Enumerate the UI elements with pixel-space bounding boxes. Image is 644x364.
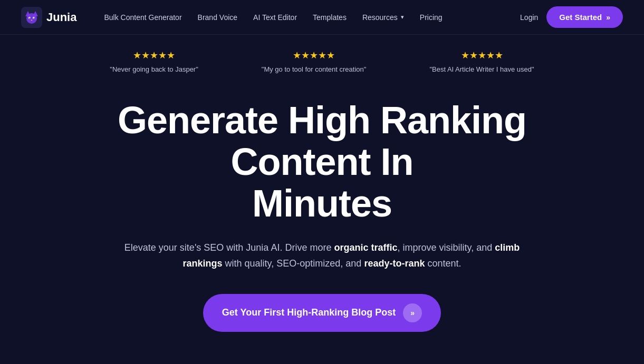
svg-point-3	[26, 13, 37, 24]
login-button[interactable]: Login	[520, 13, 538, 22]
svg-point-6	[30, 17, 31, 18]
logo-text: Junia	[46, 11, 76, 24]
review-item-1: ★★★★★ "Never going back to Jasper"	[110, 50, 198, 73]
hero-section: Generate High Ranking Content In Minutes…	[0, 84, 644, 332]
hero-title: Generate High Ranking Content In Minutes	[63, 100, 581, 225]
nav-templates[interactable]: Templates	[306, 9, 353, 26]
nav-pricing[interactable]: Pricing	[414, 9, 449, 26]
chevron-down-icon: ▾	[401, 14, 404, 21]
review-text-2: "My go to tool for content creation"	[262, 65, 367, 73]
get-started-button[interactable]: Get Started »	[546, 6, 623, 28]
nav-resources[interactable]: Resources ▾	[356, 9, 410, 26]
review-item-2: ★★★★★ "My go to tool for content creatio…	[262, 50, 367, 73]
review-text-3: "Best AI Article Writer I have used"	[429, 65, 534, 73]
logo-icon	[21, 7, 42, 28]
stars-1: ★★★★★	[133, 50, 175, 61]
nav-bulk-content[interactable]: Bulk Content Generator	[98, 9, 188, 26]
hero-cta-button[interactable]: Get Your First High-Ranking Blog Post »	[203, 294, 441, 332]
nav-links: Bulk Content Generator Brand Voice AI Te…	[98, 9, 520, 26]
stars-3: ★★★★★	[461, 50, 503, 61]
stars-2: ★★★★★	[293, 50, 335, 61]
navbar: Junia Bulk Content Generator Brand Voice…	[0, 0, 644, 35]
nav-actions: Login Get Started »	[520, 6, 623, 28]
reviews-strip: ★★★★★ "Never going back to Jasper" ★★★★★…	[0, 35, 644, 84]
svg-point-7	[34, 17, 35, 18]
hero-subtitle: Elevate your site's SEO with Junia AI. D…	[117, 240, 528, 272]
review-text-1: "Never going back to Jasper"	[110, 65, 198, 73]
cta-arrows-icon: »	[606, 13, 610, 22]
logo-link[interactable]: Junia	[21, 7, 76, 28]
nav-brand-voice[interactable]: Brand Voice	[191, 9, 244, 26]
hero-cta-arrows-icon: »	[403, 303, 422, 322]
review-item-3: ★★★★★ "Best AI Article Writer I have use…	[429, 50, 534, 73]
nav-ai-text-editor[interactable]: AI Text Editor	[247, 9, 303, 26]
